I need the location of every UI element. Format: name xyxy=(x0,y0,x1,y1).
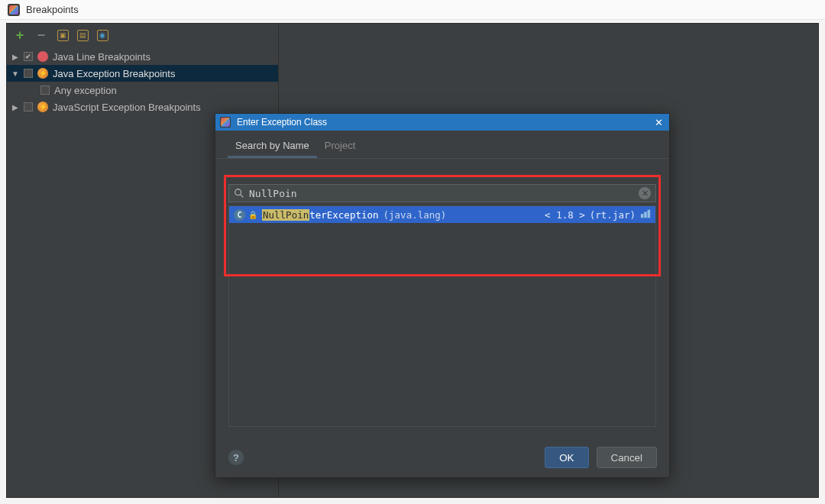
breakpoints-tree[interactable]: ▶Java Line Breakpoints▼Java Exception Br… xyxy=(7,47,278,115)
svg-rect-3 xyxy=(644,212,647,218)
clear-search-icon[interactable]: ✕ xyxy=(639,187,651,199)
result-package: (java.lang) xyxy=(383,209,447,221)
chevron-right-icon[interactable]: ▶ xyxy=(11,103,19,111)
svg-rect-2 xyxy=(641,214,644,218)
line-breakpoint-icon xyxy=(37,51,48,62)
enable-breakpoint-checkbox[interactable] xyxy=(24,69,33,78)
enable-breakpoint-checkbox[interactable] xyxy=(24,102,33,111)
tree-row-label: Java Exception Breakpoints xyxy=(53,68,175,79)
dialog-title: Enter Exception Class xyxy=(237,117,646,128)
dialog-button-bar: ? OK Cancel xyxy=(228,447,657,468)
chevron-right-icon[interactable]: ▶ xyxy=(11,53,19,61)
group-by-buttons: ▣ ▤ ◉ xyxy=(56,28,109,42)
svg-rect-4 xyxy=(648,209,651,218)
tree-row-label: Any exception xyxy=(54,85,117,96)
exception-breakpoint-icon xyxy=(37,102,48,112)
class-icon: C xyxy=(234,209,245,221)
search-input[interactable] xyxy=(249,188,634,199)
search-icon xyxy=(234,188,244,199)
tree-row-label: JavaScript Exception Breakpoints xyxy=(53,102,201,113)
cancel-button[interactable]: Cancel xyxy=(597,447,658,468)
tree-toolbar: + − ▣ ▤ ◉ xyxy=(7,24,278,47)
screenshot-frame: Breakpoints + − ▣ ▤ ◉ ▶Java Line Breakpo… xyxy=(0,0,825,504)
dialog-titlebar[interactable]: Enter Exception Class ✕ xyxy=(215,114,669,131)
window-title: Breakpoints xyxy=(26,4,79,15)
chevron-down-icon[interactable]: ▼ xyxy=(11,69,19,78)
jdk-badge: < 1.8 > xyxy=(545,209,585,221)
tab-search-by-name[interactable]: Search by Name xyxy=(228,137,317,158)
tree-row[interactable]: ▼Java Exception Breakpoints xyxy=(7,65,278,82)
search-field-wrap[interactable]: ✕ xyxy=(228,184,656,202)
jar-label: (rt.jar) xyxy=(590,209,636,221)
enable-breakpoint-checkbox[interactable] xyxy=(40,86,50,95)
group-by-type-button[interactable]: ▣ xyxy=(56,28,70,42)
svg-line-1 xyxy=(241,195,244,198)
result-meta: < 1.8 > (rt.jar) xyxy=(545,208,651,221)
group-by-class-button[interactable]: ◉ xyxy=(95,28,109,42)
help-button[interactable]: ? xyxy=(228,449,244,466)
app-icon xyxy=(8,4,20,16)
tree-row[interactable]: ▶Java Line Breakpoints xyxy=(7,48,278,65)
tree-row-label: Java Line Breakpoints xyxy=(53,51,150,63)
result-class-name: NullPointerException xyxy=(262,209,379,221)
search-results: C 🔒 NullPointerException (java.lang) < 1… xyxy=(228,205,656,427)
remove-breakpoint-button[interactable]: − xyxy=(34,28,48,42)
tab-project[interactable]: Project xyxy=(317,137,363,158)
enable-breakpoint-checkbox[interactable] xyxy=(24,52,33,61)
enter-exception-class-dialog: Enter Exception Class ✕ Search by Name P… xyxy=(215,113,670,478)
result-row[interactable]: C 🔒 NullPointerException (java.lang) < 1… xyxy=(229,206,655,223)
close-icon[interactable]: ✕ xyxy=(652,117,665,128)
app-icon xyxy=(220,117,231,128)
window-titlebar: Breakpoints xyxy=(0,0,825,20)
group-by-file-button[interactable]: ▤ xyxy=(76,28,89,42)
ok-button[interactable]: OK xyxy=(545,447,588,468)
svg-point-0 xyxy=(235,189,241,195)
lock-icon: 🔒 xyxy=(248,211,257,219)
tree-row[interactable]: Any exception xyxy=(7,82,278,99)
library-icon xyxy=(640,208,651,221)
add-breakpoint-button[interactable]: + xyxy=(13,28,27,42)
exception-breakpoint-icon xyxy=(37,68,48,79)
dialog-tabs: Search by Name Project xyxy=(215,131,669,159)
